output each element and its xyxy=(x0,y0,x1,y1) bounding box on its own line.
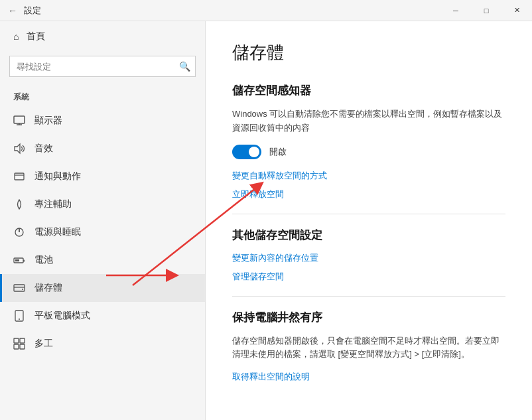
sidebar-item-power[interactable]: 電源與睡眠 xyxy=(0,218,205,246)
focus-label: 專注輔助 xyxy=(34,198,72,210)
sidebar-item-tablet[interactable]: 平板電腦模式 xyxy=(0,302,205,330)
sound-icon xyxy=(13,143,25,155)
sidebar-item-focus[interactable]: 專注輔助 xyxy=(0,190,205,218)
other-settings-title: 其他儲存空間設定 xyxy=(232,228,505,243)
storage-sense-desc: Windows 可以自動清除您不需要的檔案以釋出空間，例如暫存檔案以及資源回收筒… xyxy=(232,107,505,135)
change-location-link[interactable]: 變更新內容的儲存位置 xyxy=(232,252,505,264)
toggle-label: 開啟 xyxy=(269,146,287,158)
storage-sense-toggle[interactable] xyxy=(232,145,261,159)
main-content: 儲存體 儲存空間感知器 Windows 可以自動清除您不需要的檔案以釋出空間，例… xyxy=(206,21,532,420)
search-input[interactable] xyxy=(9,56,196,77)
close-button[interactable]: ✕ xyxy=(501,0,532,21)
svg-rect-19 xyxy=(20,344,25,349)
svg-rect-16 xyxy=(14,338,19,343)
svg-rect-17 xyxy=(20,338,25,343)
search-box: 🔍 xyxy=(9,56,196,77)
change-auto-free-link[interactable]: 變更自動釋放空間的方式 xyxy=(232,170,505,182)
title-bar: ← 設定 ─ □ ✕ xyxy=(0,0,532,21)
sidebar-item-battery[interactable]: 電池 xyxy=(0,246,205,274)
help-link[interactable]: 取得釋出空間的說明 xyxy=(232,371,505,383)
multitask-icon xyxy=(13,338,25,350)
manage-storage-link[interactable]: 管理儲存空間 xyxy=(232,271,505,283)
home-icon: ⌂ xyxy=(13,31,19,42)
storage-sense-title: 儲存空間感知器 xyxy=(232,83,505,98)
notifications-icon xyxy=(13,171,25,182)
page-title: 儲存體 xyxy=(232,41,505,64)
svg-rect-9 xyxy=(23,260,25,262)
window-title: 設定 xyxy=(24,5,41,17)
storage-label: 儲存體 xyxy=(34,282,62,294)
minimize-button[interactable]: ─ xyxy=(440,0,471,21)
multitask-label: 多工 xyxy=(34,338,53,350)
divider-1 xyxy=(232,214,505,214)
display-label: 顯示器 xyxy=(34,115,62,127)
svg-rect-10 xyxy=(15,259,19,261)
search-icon: 🔍 xyxy=(179,61,190,72)
sidebar-home-label: 首頁 xyxy=(27,31,45,42)
svg-rect-4 xyxy=(15,173,24,180)
power-label: 電源與睡眠 xyxy=(34,226,81,238)
power-icon xyxy=(13,226,25,238)
free-space-now-link[interactable]: 立即釋放空間 xyxy=(232,188,505,200)
svg-point-13 xyxy=(22,289,23,290)
keep-organized-desc: 儲存空間感知器開啟後，只會在電腦空間不足時才釋出空間。若要立即清理未使用的檔案，… xyxy=(232,334,505,362)
display-icon xyxy=(13,115,25,127)
storage-icon xyxy=(13,282,25,294)
svg-rect-18 xyxy=(14,344,19,349)
sidebar-item-notifications[interactable]: 通知與動作 xyxy=(0,163,205,190)
svg-marker-3 xyxy=(15,144,20,153)
keep-organized-title: 保持電腦井然有序 xyxy=(232,310,505,325)
notifications-label: 通知與動作 xyxy=(34,171,81,182)
battery-label: 電池 xyxy=(34,254,53,266)
sound-label: 音效 xyxy=(34,143,53,155)
sidebar-item-multitask[interactable]: 多工 xyxy=(0,330,205,358)
battery-icon xyxy=(13,254,25,266)
maximize-button[interactable]: □ xyxy=(471,0,501,21)
sidebar-item-storage[interactable]: 儲存體 xyxy=(0,274,205,302)
svg-rect-0 xyxy=(14,116,25,123)
focus-icon xyxy=(13,198,25,210)
sidebar-section-label: 系統 xyxy=(0,86,205,107)
sidebar: ⌂ 首頁 🔍 系統 顯示器 xyxy=(0,21,206,420)
sidebar-item-sound[interactable]: 音效 xyxy=(0,135,205,163)
svg-point-15 xyxy=(19,318,20,320)
back-icon[interactable]: ← xyxy=(8,5,17,16)
tablet-icon xyxy=(13,310,25,322)
sidebar-item-home[interactable]: ⌂ 首頁 xyxy=(0,21,205,52)
divider-2 xyxy=(232,296,505,297)
window-controls: ─ □ ✕ xyxy=(440,0,532,21)
tablet-label: 平板電腦模式 xyxy=(34,310,90,322)
sidebar-item-display[interactable]: 顯示器 xyxy=(0,107,205,135)
svg-rect-11 xyxy=(14,285,25,291)
toggle-row: 開啟 xyxy=(232,145,505,159)
